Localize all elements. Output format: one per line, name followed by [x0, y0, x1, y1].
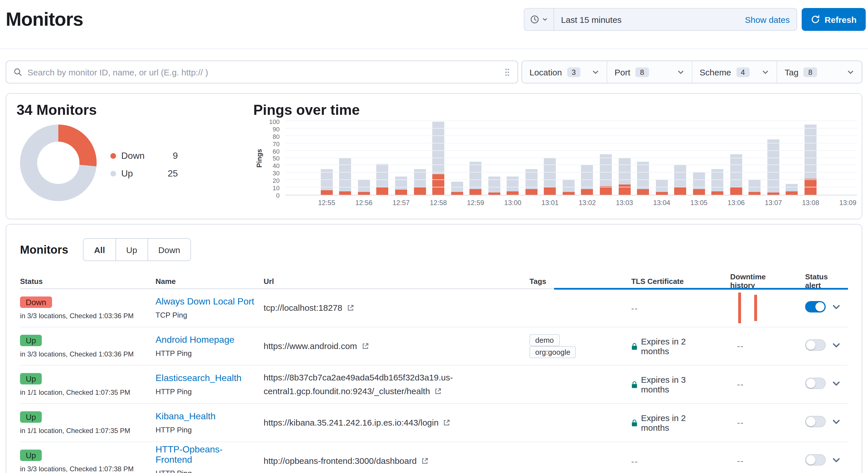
- table-row: Downin 3/3 locations, Checked 1:03:36 PM…: [20, 289, 848, 327]
- overview-panel: 34 Monitors Down9Up25 Pings over time Pi…: [6, 93, 862, 219]
- filter-scheme-button[interactable]: Scheme4: [691, 61, 777, 83]
- name-cell: Android HomepageHTTP Ping: [156, 335, 264, 358]
- time-quick-select-button[interactable]: [524, 8, 554, 30]
- up-pings-bar: [749, 180, 761, 192]
- monitor-type-label: HTTP Ping: [156, 426, 257, 434]
- status-alert-toggle[interactable]: [805, 378, 826, 389]
- refresh-icon: [811, 15, 820, 24]
- monitor-url-link[interactable]: tcp://localhost:18278: [264, 302, 354, 312]
- gridline: [285, 121, 857, 121]
- donut-legend: Down9Up25: [111, 151, 178, 179]
- ping-bar-slot: [429, 122, 448, 195]
- status-alert-cell: [786, 339, 831, 353]
- search-box[interactable]: [6, 61, 518, 83]
- refresh-button[interactable]: Refresh: [802, 8, 866, 31]
- status-alert-toggle[interactable]: [805, 416, 826, 427]
- tab-down[interactable]: Down: [148, 239, 191, 261]
- up-pings-bar: [786, 184, 798, 191]
- monitor-url-link[interactable]: https://www.android.com: [264, 341, 369, 350]
- filter-port-button[interactable]: Port8: [607, 61, 692, 83]
- tab-up[interactable]: Up: [115, 239, 147, 261]
- tls-cell: Expires in 3 months: [616, 375, 713, 394]
- status-alert-toggle[interactable]: [805, 301, 826, 312]
- ping-bar-slot: [466, 122, 485, 195]
- monitor-url-link[interactable]: https://8b37cb7ca2ae49ada54db165f32d3a19…: [264, 372, 453, 396]
- expand-row-chevron-icon[interactable]: [831, 455, 841, 465]
- tls-cell: --: [616, 456, 713, 466]
- y-tick-label: 70: [273, 140, 280, 147]
- x-tick-label: 13:03: [616, 199, 633, 207]
- x-tick-label: 12:59: [467, 199, 484, 207]
- y-axis-ticks: 1009080706050403020100: [257, 118, 280, 199]
- tab-all[interactable]: All: [84, 239, 115, 261]
- pings-chart-title: Pings over time: [253, 102, 360, 118]
- up-pings-bar: [730, 154, 742, 188]
- y-tick-label: 60: [273, 148, 280, 155]
- y-tick-label: 40: [273, 163, 280, 169]
- up-pings-bar: [376, 164, 389, 188]
- monitor-url-link[interactable]: https://kibana.35.241.242.16.ip.es.io:44…: [264, 417, 450, 427]
- show-dates-button[interactable]: Show dates: [738, 8, 797, 30]
- monitor-name-link[interactable]: Elasticsearch_Health: [156, 373, 242, 383]
- expand-cell: [831, 417, 849, 429]
- filters-bar: Location3Port8Scheme4Tag8: [6, 61, 862, 83]
- x-tick-label: 13:02: [579, 199, 596, 207]
- grid-dots-icon[interactable]: [504, 67, 510, 77]
- ping-bar-slot: [839, 122, 857, 195]
- downtime-empty: --: [737, 417, 744, 427]
- time-range-value[interactable]: Last 15 minutes: [554, 8, 738, 30]
- tls-status-text: Expires in 2 months: [641, 413, 706, 433]
- expand-row-chevron-icon[interactable]: [831, 340, 841, 350]
- status-cell: Upin 3/3 locations, Checked 1:03:36 PM: [20, 335, 156, 358]
- tab-label: Down: [158, 245, 180, 255]
- ping-bar-slot: [522, 122, 540, 195]
- up-pings-bar: [432, 122, 444, 174]
- search-icon: [13, 67, 22, 76]
- monitor-name-link[interactable]: Android Homepage: [156, 335, 235, 344]
- filter-location-button[interactable]: Location3: [522, 61, 607, 83]
- expand-cell: [831, 455, 849, 467]
- ping-bar-slot: [559, 122, 578, 195]
- gridline: [285, 128, 857, 129]
- monitor-name-link[interactable]: HTTP-Opbeans-Frontend: [156, 444, 223, 465]
- tls-status-text: Expires in 3 months: [641, 375, 706, 394]
- down-pings-bar: [321, 191, 333, 195]
- monitor-name-link[interactable]: Always Down Local Port: [156, 297, 254, 306]
- monitor-url-text: http://opbeans-frontend:3000/dashboard: [264, 455, 416, 465]
- tab-label: Up: [126, 245, 137, 255]
- filter-group: Location3Port8Scheme4Tag8: [522, 61, 862, 83]
- tls-status-text: Expires in 2 months: [641, 336, 706, 356]
- ping-bar-slot: [652, 122, 671, 195]
- ping-bar-slot: [764, 122, 782, 195]
- filter-count-badge: 4: [736, 67, 749, 77]
- external-link-icon: [435, 385, 441, 399]
- ping-bar-slot: [448, 122, 466, 195]
- ping-bar-slot: [540, 122, 559, 195]
- expand-row-chevron-icon[interactable]: [831, 417, 841, 427]
- up-pings-bar: [563, 180, 575, 192]
- x-tick-label: 12:57: [393, 199, 410, 207]
- monitor-name-link[interactable]: Kibana_Health: [156, 411, 216, 421]
- down-pings-bar: [618, 184, 630, 195]
- search-input[interactable]: [27, 67, 499, 77]
- filter-tag-button[interactable]: Tag8: [777, 61, 862, 83]
- lock-icon: [631, 381, 638, 388]
- expand-row-chevron-icon[interactable]: [831, 302, 841, 312]
- up-pings-bar: [414, 169, 426, 188]
- status-cell: Upin 1/1 location, Checked 1:07:35 PM: [20, 373, 156, 396]
- downtime-history-cell: --: [713, 456, 786, 466]
- expand-row-chevron-icon[interactable]: [831, 378, 841, 388]
- status-alert-toggle[interactable]: [805, 339, 826, 351]
- monitor-url-link[interactable]: http://opbeans-frontend:3000/dashboard: [264, 455, 428, 465]
- monitors-list-panel: Monitors AllUpDown StatusNameUrlTagsTLS …: [6, 224, 862, 473]
- name-cell: HTTP-Opbeans-FrontendHTTP Ping: [156, 444, 264, 473]
- x-tick-label: 13:09: [839, 199, 856, 207]
- monitor-url-text: tcp://localhost:18278: [264, 302, 342, 312]
- ping-bar-slot: [354, 122, 373, 195]
- down-pings-bar: [581, 189, 593, 195]
- up-pings-bar: [339, 158, 351, 191]
- filter-label: Port: [615, 67, 630, 77]
- status-alert-toggle[interactable]: [805, 454, 826, 466]
- page-title: Monitors: [6, 8, 83, 31]
- ping-bar-slot: [727, 122, 745, 195]
